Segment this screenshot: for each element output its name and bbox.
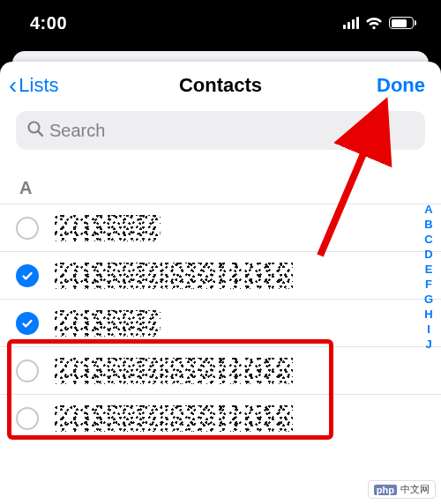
- watermark-prefix: php: [374, 485, 397, 495]
- contact-row[interactable]: [0, 299, 441, 346]
- chevron-left-icon: ‹: [9, 76, 17, 95]
- back-label: Lists: [19, 74, 58, 97]
- section-header: A: [0, 153, 441, 204]
- selection-circle-icon[interactable]: [16, 217, 39, 240]
- contact-name: [55, 358, 293, 384]
- selection-checkmark-icon[interactable]: [16, 312, 39, 335]
- index-letter[interactable]: A: [422, 203, 436, 216]
- status-time: 4:00: [30, 13, 67, 33]
- contact-row[interactable]: [0, 394, 441, 441]
- contact-row[interactable]: [0, 346, 441, 394]
- index-letter[interactable]: J: [422, 337, 436, 351]
- contacts-sheet: ‹ Lists Contacts Done Search A: [0, 62, 441, 504]
- contact-name: [55, 310, 161, 337]
- index-letter[interactable]: C: [422, 233, 436, 246]
- watermark: php 中文网: [368, 480, 436, 499]
- page-title: Contacts: [179, 74, 262, 97]
- selection-checkmark-icon[interactable]: [16, 264, 39, 287]
- contact-name: [55, 263, 293, 289]
- index-letter[interactable]: G: [422, 293, 436, 306]
- done-button[interactable]: Done: [377, 74, 425, 97]
- contact-name: [55, 215, 161, 241]
- contact-row[interactable]: [0, 251, 441, 299]
- index-letter[interactable]: F: [422, 278, 436, 291]
- nav-bar: ‹ Lists Contacts Done: [0, 62, 441, 106]
- search-icon: [26, 120, 44, 142]
- battery-icon: [389, 17, 416, 29]
- contacts-list: [0, 204, 441, 441]
- contact-row[interactable]: [0, 204, 441, 251]
- index-rail[interactable]: A B C D E F G H I J: [422, 203, 436, 351]
- status-indicators: [343, 17, 416, 30]
- index-letter[interactable]: D: [422, 248, 436, 261]
- wifi-icon: [365, 17, 383, 30]
- selection-circle-icon[interactable]: [16, 359, 39, 382]
- back-button[interactable]: ‹ Lists: [9, 74, 59, 97]
- index-letter[interactable]: E: [422, 263, 436, 276]
- contact-name: [55, 405, 293, 432]
- cellular-signal-icon: [343, 17, 359, 29]
- search-placeholder: Search: [49, 121, 105, 141]
- selection-circle-icon[interactable]: [16, 407, 39, 430]
- watermark-text: 中文网: [400, 483, 430, 496]
- search-input[interactable]: Search: [16, 111, 425, 150]
- index-letter[interactable]: H: [422, 308, 436, 321]
- status-bar: 4:00: [0, 0, 441, 46]
- index-letter[interactable]: B: [422, 218, 436, 231]
- index-letter[interactable]: I: [422, 322, 436, 336]
- svg-line-1: [38, 131, 42, 136]
